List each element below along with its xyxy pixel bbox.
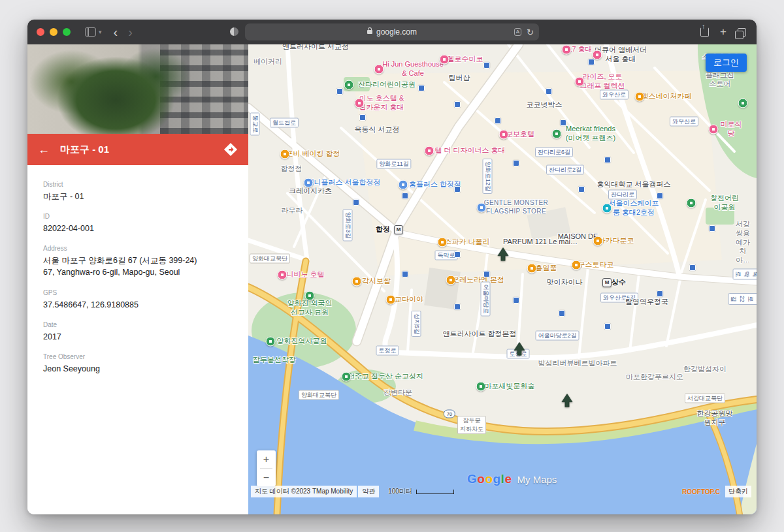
tree-marker-icon[interactable] [497,247,509,264]
tree-marker-icon[interactable] [561,394,573,410]
pink-poi-icon[interactable] [562,45,572,55]
shop-poi-icon[interactable] [399,180,408,190]
green-poi-icon[interactable] [344,80,354,90]
zoom-control: + − [257,450,276,486]
route-shield[interactable]: 70 [444,410,455,418]
green-poi-icon[interactable] [738,99,748,108]
transit-stop-icon[interactable] [454,251,461,258]
transit-stop-icon[interactable] [657,193,663,199]
transit-stop-icon[interactable] [454,101,461,108]
subway-station-icon[interactable]: M [394,225,403,234]
field-value: 서울 마포구 양화로6길 67 (서교동 399-24) [43,255,233,266]
transit-stop-icon[interactable] [483,62,490,69]
tree-marker-icon[interactable] [514,342,525,358]
field-gps: GPS37.5486647, 126.9180885 [43,289,233,311]
field-value: 37.5486647, 126.9180885 [43,299,233,311]
green-poi-icon[interactable] [476,382,486,392]
shop-poi-icon[interactable] [304,178,314,188]
close-button[interactable] [37,28,44,36]
reload-icon[interactable]: ↻ [527,27,534,37]
chevron-down-icon[interactable]: ▾ [99,29,102,35]
field-label: District [43,181,233,188]
page-content: ← 마포구 - 01 District마포구 - 01ID82022-04-00… [27,44,757,514]
pink-poi-icon[interactable] [355,99,365,108]
transit-stop-icon[interactable] [513,297,519,304]
zoom-in-button[interactable]: + [257,450,276,468]
green-poi-icon[interactable] [305,291,315,301]
transit-stop-icon[interactable] [578,186,585,193]
transit-stop-icon[interactable] [418,85,425,91]
green-poi-icon[interactable] [687,198,696,208]
green-poi-icon[interactable] [342,372,351,382]
transit-stop-icon[interactable] [402,271,408,277]
field-label: ID [43,213,233,220]
subway-station-icon[interactable]: M [602,278,612,287]
transit-stop-icon[interactable] [402,193,408,199]
field-label: Date [43,321,233,328]
pink-poi-icon[interactable] [575,77,585,87]
orange-poi-icon[interactable] [593,236,603,246]
teal-poi-icon[interactable] [602,204,612,213]
orange-poi-icon[interactable] [635,92,645,102]
translate-icon[interactable]: A [514,28,521,36]
transit-stop-icon[interactable] [709,225,715,232]
orange-poi-icon[interactable] [572,260,581,270]
transit-stop-icon[interactable] [588,59,595,65]
transit-stop-icon[interactable] [604,323,611,330]
transit-stop-icon[interactable] [359,114,366,121]
shop-poi-icon[interactable] [477,203,487,213]
transit-stop-icon[interactable] [604,157,611,163]
terms-link[interactable]: 약관 [358,486,379,497]
orange-poi-icon[interactable] [386,295,396,305]
transit-stop-icon[interactable] [336,88,343,95]
pink-poi-icon[interactable] [278,270,287,280]
orange-poi-icon[interactable] [446,275,456,285]
pink-poi-icon[interactable] [440,55,449,65]
green-poi-icon[interactable] [266,337,276,347]
orange-poi-icon[interactable] [352,277,362,287]
orange-poi-icon[interactable] [438,238,448,247]
url-bar[interactable]: google.com A ↻ [245,23,539,40]
directions-icon[interactable] [223,142,238,157]
forward-button[interactable]: › [128,25,133,39]
transit-stop-icon[interactable] [454,186,461,193]
orange-poi-icon[interactable] [280,149,290,159]
login-button[interactable]: 로그인 [706,54,747,72]
google-my-maps-watermark: Google My Maps [467,472,557,486]
minimize-button[interactable] [50,28,57,36]
panel-back-button[interactable]: ← [38,143,50,157]
transit-stop-icon[interactable] [546,88,552,95]
field-date: Date2017 [43,321,233,343]
transit-stop-icon[interactable] [483,271,490,277]
pink-poi-icon[interactable] [709,125,719,134]
zoom-out-button[interactable]: − [257,469,276,486]
back-button[interactable]: ‹ [114,25,118,39]
transit-stop-icon[interactable] [353,199,359,206]
transit-stop-icon[interactable] [513,160,519,166]
transit-stop-icon[interactable] [495,117,501,124]
url-text: google.com [376,27,417,37]
lock-icon [367,30,372,34]
pink-poi-icon[interactable] [425,146,434,156]
sidebar-toggle-icon[interactable] [85,27,96,37]
transit-stop-icon[interactable] [689,264,696,271]
orange-poi-icon[interactable] [527,264,537,274]
pink-poi-icon[interactable] [499,130,509,140]
rooftop-poi-label[interactable]: ROOFTOP.C [682,488,720,495]
map-canvas[interactable]: 베이커리앤트러사이트 서교점Hi Jun Guesthouse & Cafe헬로… [248,44,757,514]
transit-stop-icon[interactable] [560,119,566,126]
field-value: 마포구 - 01 [43,191,233,202]
pink-poi-icon[interactable] [374,65,384,74]
new-tab-button[interactable]: + [720,25,727,39]
browser-window: ▾ ‹ › google.com A ↻ + ← 마포구 - 01 [27,20,757,514]
transit-stop-icon[interactable] [657,290,663,297]
green-poi-icon[interactable] [552,129,562,139]
privacy-shield-icon[interactable] [230,27,238,36]
transit-stop-icon[interactable] [454,304,461,310]
share-icon[interactable] [700,27,709,37]
transit-stop-icon[interactable] [559,310,565,317]
zoom-button[interactable] [63,28,71,36]
traffic-lights [37,28,71,36]
tab-overview-icon[interactable] [738,28,746,37]
keyboard-shortcuts-link[interactable]: 단축키 [725,486,751,497]
